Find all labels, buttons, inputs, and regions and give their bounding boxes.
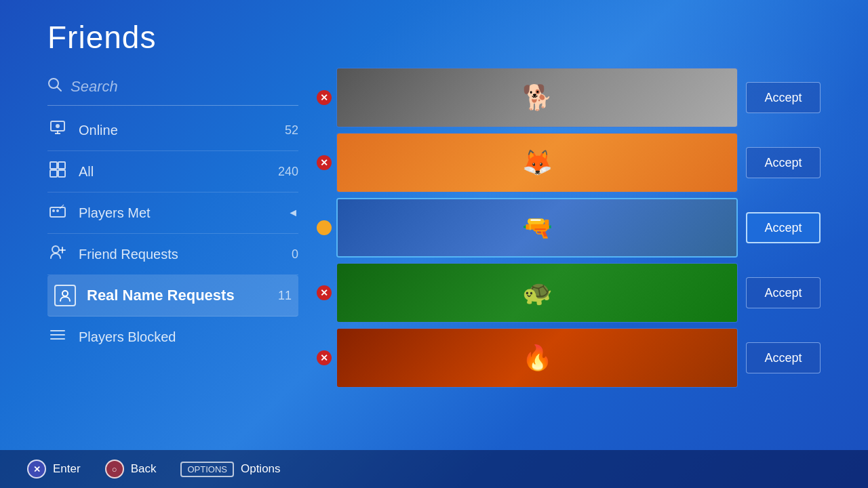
sidebar-item-players-met-label: Players Met: [79, 205, 274, 221]
sidebar-item-real-name-requests-count: 11: [278, 289, 292, 303]
sidebar-item-real-name-requests[interactable]: Real Name Requests 11: [47, 275, 298, 317]
options-label: Options: [241, 462, 281, 476]
pending-icon-3: [317, 220, 332, 235]
avatar-4: 🐢: [337, 264, 737, 322]
accept-button-2[interactable]: Accept: [746, 147, 821, 178]
friend-info-3: Jake1080p ✚: [736, 219, 738, 237]
bottom-action-options: OPTIONS Options: [180, 462, 280, 477]
svg-point-17: [62, 291, 68, 296]
friend-row-2: ✕ 🦊 foxinaround ✚ Accept: [312, 133, 821, 192]
search-label: Search: [71, 78, 118, 96]
sidebar-item-all-label: All: [79, 164, 267, 180]
friend-card-5: 🔥 magpie4life ✚: [336, 328, 738, 388]
options-button-icon: OPTIONS: [180, 462, 234, 477]
sidebar-item-players-blocked[interactable]: Players Blocked: [47, 317, 298, 357]
avatar-2: 🦊: [337, 134, 737, 192]
x-button-icon: ✕: [27, 460, 46, 479]
friend-card-1: 🐕 DeathKing ✚: [336, 68, 738, 127]
friend-row-5: ✕ 🔥 magpie4life ✚ Accept: [312, 328, 821, 388]
status-icon-4: ✕: [312, 285, 336, 300]
players-met-arrow: ◄: [288, 207, 298, 219]
remove-icon-5: ✕: [317, 350, 332, 365]
sidebar-item-all[interactable]: All 240: [47, 151, 298, 192]
friend-row-3: 🔫 Jake1080p ✚ Accept: [312, 198, 821, 258]
svg-rect-8: [50, 170, 57, 177]
o-button-icon: ○: [105, 460, 124, 479]
remove-icon-4: ✕: [317, 285, 332, 300]
sidebar-item-friend-requests-count: 0: [292, 247, 298, 262]
accept-button-1[interactable]: Accept: [746, 82, 821, 113]
svg-point-11: [52, 209, 55, 212]
all-icon: [47, 161, 68, 182]
friend-info-5: magpie4life ✚: [737, 349, 738, 367]
sidebar: Search Online 52: [0, 68, 312, 447]
sidebar-item-online-label: Online: [79, 123, 274, 138]
players-blocked-icon: [47, 326, 68, 348]
svg-rect-6: [50, 162, 57, 169]
sidebar-item-online[interactable]: Online 52: [47, 110, 298, 151]
avatar-1: 🐕: [337, 68, 737, 127]
sidebar-item-all-count: 240: [278, 165, 298, 179]
svg-point-5: [56, 124, 60, 128]
remove-icon-1: ✕: [317, 90, 332, 105]
svg-rect-9: [58, 170, 65, 177]
status-icon-1: ✕: [312, 90, 336, 105]
sidebar-item-real-name-requests-label: Real Name Requests: [87, 287, 267, 304]
search-icon: [47, 77, 62, 96]
search-bar[interactable]: Search: [47, 68, 298, 106]
enter-label: Enter: [53, 462, 81, 476]
accept-button-3[interactable]: Accept: [746, 212, 821, 243]
back-label: Back: [131, 462, 157, 476]
bottom-action-back: ○ Back: [105, 460, 157, 479]
status-icon-5: ✕: [312, 350, 336, 365]
sidebar-item-players-met[interactable]: Players Met ◄: [47, 192, 298, 234]
bottom-action-enter: ✕ Enter: [27, 460, 81, 479]
page-title: Friends: [47, 19, 821, 56]
friend-card-2: 🦊 foxinaround ✚: [336, 133, 738, 192]
online-icon: [47, 119, 68, 141]
svg-rect-7: [58, 162, 65, 169]
players-met-icon: [47, 202, 68, 224]
friend-card-4: 🐢 JMBlakk ✚: [336, 263, 738, 323]
svg-point-12: [56, 209, 59, 212]
sidebar-item-online-count: 52: [285, 123, 298, 138]
avatar-5: 🔥: [337, 329, 737, 387]
friend-card-3: 🔫 Jake1080p ✚: [336, 198, 738, 258]
remove-icon-2: ✕: [317, 155, 332, 170]
accept-button-4[interactable]: Accept: [746, 277, 821, 308]
svg-line-1: [58, 87, 62, 92]
friend-info-1: DeathKing ✚: [737, 89, 738, 106]
avatar-3: 🔫: [338, 199, 736, 256]
bottom-bar: ✕ Enter ○ Back OPTIONS Options: [0, 450, 868, 488]
accept-button-5[interactable]: Accept: [746, 342, 821, 373]
friend-row-4: ✕ 🐢 JMBlakk ✚ Accept: [312, 263, 821, 323]
sidebar-item-players-blocked-label: Players Blocked: [79, 329, 298, 345]
real-name-icon: [54, 285, 76, 306]
svg-point-14: [52, 246, 59, 253]
sidebar-item-friend-requests-label: Friend Requests: [79, 247, 281, 262]
main-area: Search Online 52: [0, 68, 868, 488]
status-icon-2: ✕: [312, 155, 336, 170]
friend-info-2: foxinaround ✚: [737, 154, 738, 171]
friend-info-4: JMBlakk ✚: [737, 284, 738, 302]
sidebar-item-friend-requests[interactable]: Friend Requests 0: [47, 234, 298, 275]
friend-row-1: ✕ 🐕 DeathKing ✚ Accept: [312, 68, 821, 127]
friends-list: ✕ 🐕 DeathKing ✚ Accept ✕ 🦊: [312, 68, 868, 447]
header: Friends: [0, 0, 868, 68]
status-icon-3: [312, 220, 336, 235]
friend-requests-icon: [47, 243, 68, 265]
